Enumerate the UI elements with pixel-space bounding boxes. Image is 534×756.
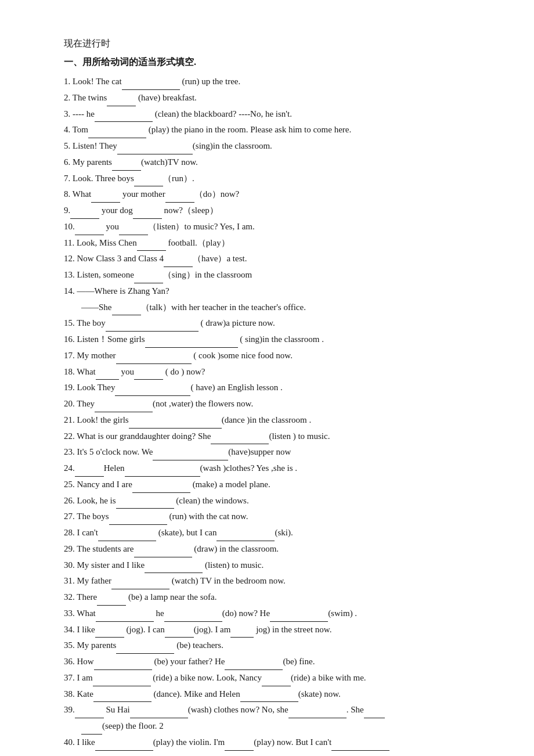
hint-21: (dance )in the classroom . [222, 415, 312, 424]
blank-18-1[interactable] [96, 370, 119, 380]
num-24: 24. [64, 463, 75, 473]
num-34: 34. I like [64, 625, 95, 634]
blank-24-1[interactable] [75, 467, 104, 477]
blank-8-2[interactable] [165, 193, 194, 203]
blank-40-3[interactable] [331, 741, 389, 751]
num-31: 31. My father [64, 576, 111, 585]
blank-38-1[interactable] [93, 693, 151, 703]
blank-6-1[interactable] [112, 161, 141, 171]
blank-35-1[interactable] [116, 645, 174, 654]
exercise-10: 10. you（listen）to music? Yes, I am. [64, 219, 488, 235]
blank-39-1[interactable] [75, 709, 104, 719]
title-main: 现在进行时 [64, 35, 488, 52]
blank-15-1[interactable] [106, 322, 199, 332]
blank-12-1[interactable] [164, 258, 193, 268]
exercise-40: 40. I like(play) the violin. I'm(play) n… [64, 735, 488, 751]
blank-34-3[interactable] [230, 628, 254, 638]
num-11: 11. Look, Miss Chen [64, 238, 137, 247]
blank-23-1[interactable] [153, 451, 228, 461]
blank-34-1[interactable] [95, 628, 124, 638]
blank-4-1[interactable] [88, 129, 146, 139]
blank-37-2[interactable] [262, 676, 291, 686]
num-1: 1. Look! The cat [64, 77, 122, 86]
blank-10-2[interactable] [119, 225, 148, 235]
blank-9-1[interactable] [70, 209, 99, 219]
num-25: 25. Nancy and I are [64, 480, 132, 489]
blank-37-1[interactable] [93, 676, 151, 686]
exercise-33: 33. What he(do) now? He(swim) . [64, 606, 488, 622]
blank-30-1[interactable] [145, 564, 203, 574]
exercise-3: 3. ---- he (clean) the blackboard? ----N… [64, 106, 488, 123]
blank-29-1[interactable] [134, 548, 192, 557]
blank-11-1[interactable] [137, 242, 166, 251]
blank-32-1[interactable] [97, 596, 126, 606]
blank-26-1[interactable] [116, 499, 174, 509]
blank-33-3[interactable] [270, 612, 328, 622]
blank-22-1[interactable] [211, 435, 269, 445]
blank-13-1[interactable] [134, 273, 163, 283]
blank-17-1[interactable] [116, 354, 192, 364]
exercise-5: 5. Listen! They(sing)in the classroom. [64, 138, 488, 154]
num-20: 20. They [64, 399, 95, 408]
hint-37b: (ride) a bike with me. [291, 673, 366, 682]
blank-33-2[interactable] [164, 612, 222, 622]
hint-28b: (ski). [275, 528, 293, 537]
blank-7-1[interactable] [134, 177, 163, 187]
blank-36-2[interactable] [225, 660, 283, 670]
blank-28-1[interactable] [98, 531, 156, 541]
blank-10-1[interactable] [75, 225, 104, 235]
hint-31: (watch) TV in the bedroom now. [169, 576, 286, 585]
num-21: 21. Look! the girls [64, 415, 129, 424]
blank-24-2[interactable] [125, 467, 200, 477]
hint-8a: your mother [120, 189, 165, 199]
hint-38a: (dance). Mike and Helen [151, 689, 240, 699]
exercise-32: 32. There (be) a lamp near the sofa. [64, 589, 488, 606]
num-5: 5. Listen! They [64, 141, 117, 150]
exercise-15: 15. The boy ( draw)a picture now. [64, 315, 488, 332]
blank-27-1[interactable] [109, 516, 167, 525]
blank-40-2[interactable] [225, 741, 254, 751]
num-9: 9. [64, 206, 70, 215]
blank-25-1[interactable] [132, 483, 190, 493]
blank-21-1[interactable] [129, 419, 222, 429]
blank-34-2[interactable] [165, 628, 194, 638]
hint-33a: he [154, 609, 164, 618]
hint-39d: (seep) the floor. 2 [102, 721, 164, 730]
blank-9-2[interactable] [133, 209, 162, 219]
blank-1-1[interactable] [122, 80, 180, 90]
blank-14-1[interactable] [112, 306, 141, 316]
blank-5-1[interactable] [117, 145, 193, 154]
blank-20-1[interactable] [95, 402, 153, 412]
blank-39-5[interactable] [81, 725, 102, 735]
exercise-2: 2. The twins (have) breakfast. [64, 90, 488, 106]
blank-33-1[interactable] [96, 612, 154, 622]
exercise-31: 31. My father (watch) TV in the bedroom … [64, 573, 488, 589]
blank-8-1[interactable] [91, 193, 120, 203]
hint-39c: . She [347, 705, 364, 714]
exercise-35: 35. My parents (be) teachers. [64, 638, 488, 654]
blank-3-1[interactable] [95, 113, 153, 123]
hint-15: ( draw)a picture now. [199, 318, 275, 327]
blank-18-2[interactable] [134, 370, 163, 380]
blank-28-2[interactable] [217, 531, 275, 541]
blank-39-3[interactable] [288, 709, 347, 719]
blank-40-1[interactable] [95, 741, 153, 751]
blank-38-2[interactable] [240, 693, 298, 703]
hint-39b: (wash) clothes now? No, she [188, 705, 288, 714]
exercise-14b: ——She（talk）with her teacher in the teach… [64, 300, 488, 316]
num-35: 35. My parents [64, 640, 116, 650]
hint-39a: Su Hai [104, 705, 130, 714]
blank-19-1[interactable] [115, 387, 190, 397]
exercise-29: 29. The students are (draw) in the class… [64, 541, 488, 557]
hint-37a: (ride) a bike now. Look, Nancy [151, 673, 262, 682]
blank-31-1[interactable] [111, 580, 169, 590]
blank-2-1[interactable] [107, 96, 136, 106]
exercise-30: 30. My sister and I like (listen) to mus… [64, 557, 488, 574]
num-38: 38. Kate [64, 689, 93, 699]
blank-39-4[interactable] [364, 709, 385, 719]
hint-34a: (jog). I can [124, 625, 165, 634]
blank-36-1[interactable] [94, 660, 152, 670]
blank-39-2[interactable] [130, 709, 188, 719]
num-14: 14. ——Where is Zhang Yan? [64, 286, 169, 296]
blank-16-1[interactable] [145, 338, 238, 348]
